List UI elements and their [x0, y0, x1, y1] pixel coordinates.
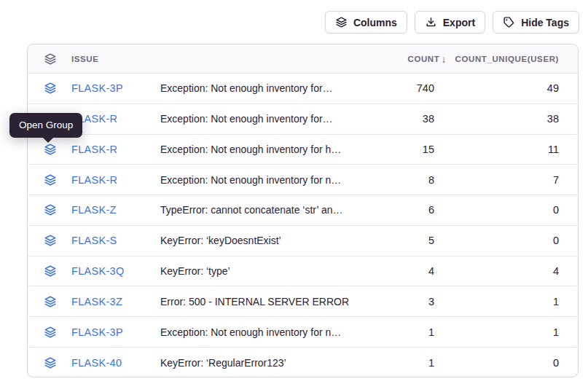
- issue-short-id-link[interactable]: FLASK-Z: [71, 204, 160, 216]
- issue-short-id-link[interactable]: FLASK-R: [71, 144, 160, 155]
- table-row: FLASK-S KeyError: ‘keyDoesntExist’ 5 0: [28, 226, 578, 256]
- tooltip-arrow-icon: [43, 138, 53, 143]
- hide-tags-button[interactable]: Hide Tags: [493, 11, 579, 34]
- issue-short-id-link[interactable]: FLASK-3Q: [71, 265, 160, 277]
- table-row: FLASK-R Exception: Not enough inventory …: [28, 135, 578, 165]
- table-row: FLASK-40 KeyError: ‘RegularError123’ 1 0: [28, 348, 578, 378]
- issue-stack-icon[interactable]: [44, 143, 71, 156]
- export-button-label: Export: [443, 17, 475, 28]
- count-unique-value: 38: [434, 113, 559, 125]
- table-row: FLASK-R Exception: Not enough inventory …: [28, 104, 578, 135]
- count-value: 38: [354, 113, 434, 125]
- issue-title: Exception: Not enough inventory for n…: [160, 174, 354, 186]
- table-row: FLASK-Z TypeError: cannot concatenate ‘s…: [28, 195, 578, 226]
- hide-tags-button-label: Hide Tags: [521, 17, 569, 28]
- discover-results-page: Columns Export Hide Tags: [0, 0, 588, 392]
- count-unique-value: 0: [434, 357, 559, 369]
- issue-short-id-link[interactable]: FLASK-40: [71, 357, 160, 369]
- table-row: FLASK-3Z Error: 500 - INTERNAL SERVER ER…: [28, 286, 578, 317]
- count-value: 1: [354, 357, 434, 369]
- count-column-header[interactable]: COUNT ↓: [354, 53, 434, 65]
- count-unique-value: 1: [434, 326, 559, 338]
- count-value: 15: [354, 144, 434, 155]
- download-icon: [425, 16, 437, 28]
- issue-title: KeyError: ‘keyDoesntExist’: [160, 235, 354, 246]
- count-value: 740: [354, 82, 434, 94]
- issue-stack-icon[interactable]: [44, 203, 71, 216]
- open-group-tooltip: Open Group: [9, 113, 82, 138]
- table-row: FLASK-3Q KeyError: ‘type’ 4 4: [28, 256, 578, 287]
- issue-title: Exception: Not enough inventory for h…: [160, 144, 354, 155]
- count-unique-value: 4: [434, 265, 559, 277]
- issue-stack-icon[interactable]: [44, 234, 71, 247]
- count-unique-value: 49: [434, 82, 559, 94]
- count-value: 8: [354, 174, 434, 186]
- count-value: 1: [354, 326, 434, 338]
- issue-short-id-link[interactable]: FLASK-R: [71, 113, 160, 125]
- issue-stack-icon[interactable]: [44, 264, 71, 278]
- count-unique-value: 1: [434, 296, 559, 307]
- issue-short-id-link[interactable]: FLASK-3P: [71, 82, 160, 94]
- issue-column-header[interactable]: ISSUE: [71, 55, 160, 63]
- columns-button-label: Columns: [353, 17, 397, 28]
- table-row: FLASK-3P Exception: Not enough inventory…: [28, 74, 578, 104]
- issue-title: Exception: Not enough inventory for…: [160, 82, 354, 94]
- issue-type-layers-icon: [44, 52, 71, 66]
- issue-short-id-link[interactable]: FLASK-3Z: [71, 296, 160, 307]
- issue-title: KeyError: ‘RegularError123’: [160, 357, 354, 369]
- table-body: FLASK-3P Exception: Not enough inventory…: [28, 74, 578, 378]
- issue-short-id-link[interactable]: FLASK-S: [71, 235, 160, 246]
- count-value: 6: [354, 204, 434, 216]
- export-button[interactable]: Export: [415, 11, 485, 34]
- table-row: FLASK-R Exception: Not enough inventory …: [28, 165, 578, 195]
- count-unique-value: 7: [434, 174, 559, 186]
- issue-title: Error: 500 - INTERNAL SERVER ERROR: [160, 296, 354, 307]
- issue-stack-icon[interactable]: [44, 82, 71, 95]
- issue-stack-icon[interactable]: [44, 326, 71, 339]
- issue-short-id-link[interactable]: FLASK-3P: [71, 326, 160, 338]
- issue-short-id-link[interactable]: FLASK-R: [71, 174, 160, 186]
- open-group-tooltip-label: Open Group: [19, 119, 73, 130]
- issue-stack-icon[interactable]: [44, 356, 71, 369]
- issue-title: Exception: Not enough inventory for…: [160, 113, 354, 125]
- table-header-row: ISSUE COUNT ↓ COUNT_UNIQUE(USER): [28, 44, 578, 74]
- tag-icon: [503, 16, 515, 28]
- count-unique-value: 0: [434, 235, 559, 246]
- count-unique-column-header[interactable]: COUNT_UNIQUE(USER): [434, 55, 559, 63]
- layers-icon: [335, 16, 348, 28]
- issue-title: Exception: Not enough inventory for n…: [160, 326, 354, 338]
- count-value: 3: [354, 296, 434, 307]
- count-unique-value: 0: [434, 204, 559, 216]
- issue-title: TypeError: cannot concatenate ‘str’ an…: [160, 204, 354, 216]
- count-unique-value: 11: [434, 144, 559, 155]
- issue-title: KeyError: ‘type’: [160, 265, 354, 277]
- count-value: 4: [354, 265, 434, 277]
- toolbar: Columns Export Hide Tags: [325, 11, 579, 34]
- issue-stack-icon[interactable]: [44, 295, 71, 308]
- results-table: ISSUE COUNT ↓ COUNT_UNIQUE(USER) FLASK-3…: [27, 44, 579, 377]
- table-row: FLASK-3P Exception: Not enough inventory…: [28, 317, 578, 348]
- columns-button[interactable]: Columns: [325, 11, 407, 34]
- count-value: 5: [354, 235, 434, 246]
- issue-stack-icon[interactable]: [44, 173, 71, 187]
